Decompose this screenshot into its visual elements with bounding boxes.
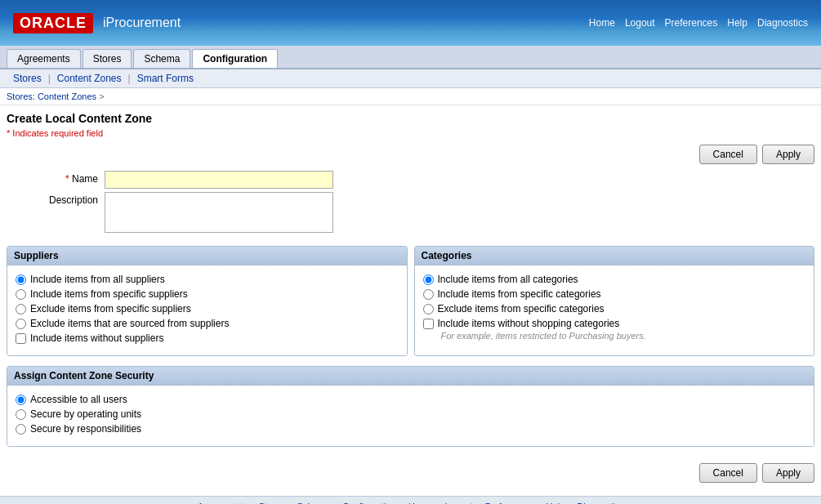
category-radio-2[interactable] [423, 289, 434, 300]
supplier-option-3: Exclude items from specific suppliers [16, 303, 399, 314]
name-row: * Name [7, 171, 814, 189]
suppliers-header: Suppliers [7, 247, 407, 265]
subnav-stores[interactable]: Stores [7, 73, 48, 84]
security-body: Accessible to all users Secure by operat… [7, 386, 814, 446]
categories-body: Include items from all categories Includ… [415, 265, 814, 350]
category-option-3: Exclude items from specific categories [423, 303, 806, 314]
nav-home[interactable]: Home [589, 17, 615, 29]
logo-area: ORACLE iProcurement [13, 13, 181, 33]
main-content: Create Local Content Zone * Indicates re… [0, 105, 821, 496]
tab-agreements[interactable]: Agreements [7, 49, 81, 68]
tab-stores[interactable]: Stores [83, 49, 132, 68]
subnav-smart-forms[interactable]: Smart Forms [131, 73, 200, 84]
footer-nav: Agreements Stores Schema Configuration H… [0, 496, 821, 504]
tabs-bar: Agreements Stores Schema Configuration [0, 46, 821, 69]
category-option-1: Include items from all categories [423, 274, 806, 285]
security-option-3: Secure by responsibilities [16, 423, 805, 435]
nav-logout[interactable]: Logout [625, 17, 655, 29]
breadcrumb: Stores: Content Zones > [0, 88, 821, 105]
supplier-label-3: Exclude items from specific suppliers [30, 303, 191, 314]
page-title: Create Local Content Zone [7, 112, 814, 125]
supplier-radio-3[interactable] [16, 304, 26, 314]
oracle-logo: ORACLE [13, 13, 93, 33]
category-label-3: Exclude items from specific categories [438, 303, 605, 314]
category-label-4: Include items without shopping categorie… [438, 318, 620, 329]
supplier-checkbox-5[interactable] [16, 333, 26, 344]
panels-row: Suppliers Include items from all supplie… [7, 246, 814, 356]
security-radio-2[interactable] [16, 409, 26, 420]
breadcrumb-separator: > [99, 91, 104, 101]
name-input[interactable] [105, 171, 333, 189]
categories-header: Categories [415, 247, 814, 265]
description-row: Description [7, 192, 814, 233]
header-nav: Home Logout Preferences Help Diagnostics [589, 17, 808, 29]
supplier-radio-1[interactable] [16, 274, 26, 285]
security-panel: Assign Content Zone Security Accessible … [7, 366, 814, 447]
category-checkbox-4[interactable] [423, 319, 434, 329]
description-textarea[interactable] [105, 192, 333, 233]
category-label-2: Include items from specific categories [438, 288, 601, 300]
nav-preferences[interactable]: Preferences [665, 17, 718, 29]
security-label-3: Secure by responsibilities [30, 423, 141, 435]
subnav-content-zones[interactable]: Content Zones [51, 73, 128, 84]
header: ORACLE iProcurement Home Logout Preferen… [0, 0, 821, 46]
top-buttons-row: Cancel Apply [7, 145, 814, 164]
security-option-1: Accessible to all users [16, 394, 805, 405]
cancel-button-top[interactable]: Cancel [699, 145, 757, 164]
security-option-2: Secure by operating units [16, 408, 805, 420]
apply-button-top[interactable]: Apply [762, 145, 814, 164]
suppliers-body: Include items from all suppliers Include… [7, 265, 407, 355]
supplier-option-1: Include items from all suppliers [16, 274, 399, 285]
tab-schema[interactable]: Schema [133, 49, 190, 68]
subnav: Stores | Content Zones | Smart Forms [0, 69, 821, 88]
security-radio-1[interactable] [16, 395, 26, 405]
categories-panel: Categories Include items from all catego… [414, 246, 815, 356]
cancel-button-bottom[interactable]: Cancel [699, 463, 757, 483]
supplier-option-4: Exclude items that are sourced from supp… [16, 318, 399, 329]
security-radio-3[interactable] [16, 424, 26, 435]
description-label: Description [7, 192, 105, 206]
supplier-radio-4[interactable] [16, 319, 26, 329]
category-radio-1[interactable] [423, 274, 434, 285]
categories-note: For example, items restricted to Purchas… [441, 331, 806, 341]
required-star: * [65, 173, 72, 185]
suppliers-panel: Suppliers Include items from all supplie… [7, 246, 408, 356]
supplier-radio-2[interactable] [16, 289, 26, 300]
app-title: iProcurement [103, 16, 181, 30]
apply-button-bottom[interactable]: Apply [762, 463, 814, 483]
security-label-2: Secure by operating units [30, 408, 141, 420]
supplier-label-1: Include items from all suppliers [30, 274, 165, 285]
bottom-buttons-row: Cancel Apply [7, 457, 814, 489]
name-label: * Name [7, 171, 105, 185]
supplier-option-5: Include items without suppliers [16, 332, 399, 344]
supplier-label-5: Include items without suppliers [30, 332, 163, 344]
supplier-label-2: Include items from specific suppliers [30, 288, 188, 300]
supplier-label-4: Exclude items that are sourced from supp… [30, 318, 229, 329]
nav-diagnostics[interactable]: Diagnostics [757, 17, 808, 29]
category-option-4: Include items without shopping categorie… [423, 318, 806, 329]
required-note: * Indicates required field [7, 128, 814, 138]
category-option-2: Include items from specific categories [423, 288, 806, 300]
supplier-option-2: Include items from specific suppliers [16, 288, 399, 300]
breadcrumb-link[interactable]: Stores: Content Zones [7, 91, 96, 101]
security-label-1: Accessible to all users [30, 394, 127, 405]
category-radio-3[interactable] [423, 304, 434, 314]
tab-configuration[interactable]: Configuration [192, 49, 278, 68]
nav-help[interactable]: Help [727, 17, 747, 29]
category-label-1: Include items from all categories [438, 274, 578, 285]
security-header: Assign Content Zone Security [7, 367, 814, 386]
